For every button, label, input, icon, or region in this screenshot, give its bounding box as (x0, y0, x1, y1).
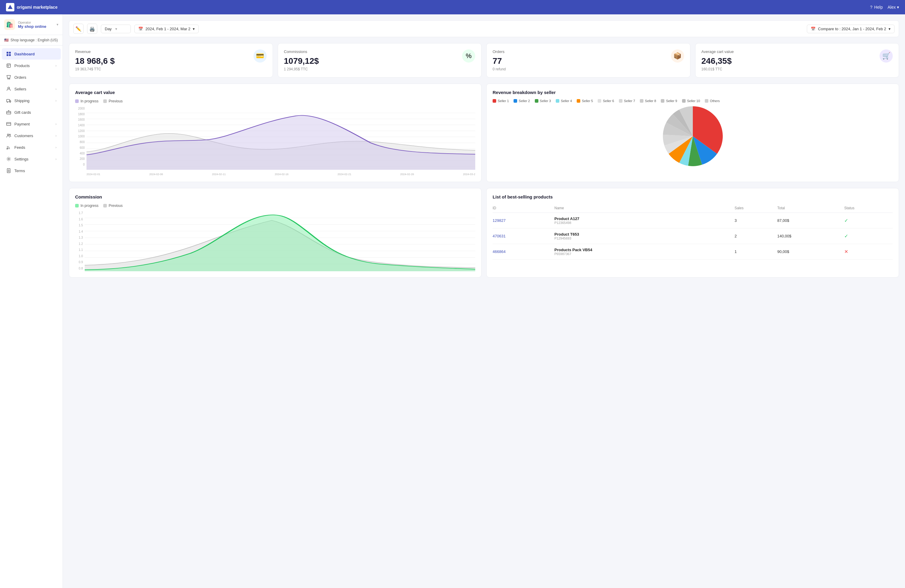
commissions-label: Commissions (284, 49, 476, 54)
sidebar-item-shipping[interactable]: Shipping › (2, 95, 61, 106)
edit-button[interactable]: ✏️ (73, 24, 84, 34)
col-status: Status (844, 203, 893, 213)
sidebar-item-terms-label: Terms (14, 168, 25, 173)
svg-point-18 (8, 134, 9, 136)
sidebar-item-feeds[interactable]: Feeds › (2, 141, 61, 153)
help-button[interactable]: ? Help (870, 5, 883, 10)
sidebar-item-orders[interactable]: Orders (2, 72, 61, 83)
products-chevron-icon: › (56, 64, 57, 67)
product-sales: 2 (734, 229, 777, 244)
pie-chart-container (492, 106, 893, 166)
product-status: ✓ (844, 213, 893, 229)
shipping-icon (6, 98, 11, 103)
product-sku: P65987367 (554, 252, 735, 256)
svg-point-9 (9, 79, 10, 79)
help-icon: ? (870, 5, 872, 10)
col-sales: Sales (734, 203, 777, 213)
main-content: ✏️ 🖨️ Day ▾ 📅 2024, Feb 1 - 2024, Mar 2 … (63, 14, 905, 588)
commission-y-axis: 1.71.61.51.41.31.21.11.00.90.8 (75, 211, 85, 271)
app-name: origami marketplace (17, 5, 57, 10)
sidebar-item-payment-label: Payment (14, 122, 30, 126)
toolbar: ✏️ 🖨️ Day ▾ 📅 2024, Feb 1 - 2024, Mar 2 … (69, 21, 899, 37)
date-chevron-icon: ▾ (193, 27, 195, 31)
status-cross-icon: ✕ (844, 249, 848, 254)
table-row: 470631 Product T653 P12945693 2 140,00$ … (492, 229, 893, 244)
avg-cart-svg (86, 107, 475, 173)
date-range-picker[interactable]: 📅 2024, Feb 1 - 2024, Mar 2 ▾ (134, 25, 199, 33)
cart-label: Average cart value (702, 49, 893, 54)
sidebar-item-dashboard[interactable]: Dashboard (2, 48, 61, 60)
svg-point-20 (7, 148, 8, 149)
sidebar-item-settings[interactable]: Settings › (2, 153, 61, 165)
orders-sub: 0 refund (492, 67, 684, 71)
print-button[interactable]: 🖨️ (87, 24, 97, 34)
avg-cart-x-axis: 2024-02-012024-02-062024-02-112024-02-16… (75, 173, 475, 176)
svg-point-21 (8, 158, 10, 160)
sidebar-item-customers[interactable]: Customers › (2, 130, 61, 141)
commissions-icon: % (462, 49, 475, 63)
language-selector[interactable]: 🇺🇸 Shop language : English (US) (0, 35, 62, 46)
user-menu[interactable]: Alex ▾ (888, 5, 899, 10)
operator-info: Operator My shop online (18, 21, 54, 29)
revenue-sub: 19 363,74$ TTC (75, 67, 267, 71)
sidebar-item-gift-cards[interactable]: Gift cards (2, 106, 61, 118)
sidebar-item-payment[interactable]: Payment › (2, 118, 61, 130)
product-name: Product A127 (554, 216, 735, 221)
sellers-chevron-icon: › (56, 87, 57, 91)
col-id: ID (492, 203, 554, 213)
revenue-breakdown-title: Revenue breakdown by seller (492, 90, 893, 95)
seller8-legend: Seller 8 (640, 99, 656, 103)
sidebar-item-settings-label: Settings (14, 157, 29, 161)
product-sku: P12945693 (554, 237, 735, 240)
product-name: Products Pack VB54 (554, 248, 735, 252)
svg-rect-16 (6, 122, 11, 126)
svg-rect-2 (9, 52, 11, 54)
avg-cart-y-axis: 2000180016001400120010008006004002000 (75, 107, 86, 173)
product-status: ✕ (844, 244, 893, 259)
cart-sub: 160,01$ TTC (702, 67, 893, 71)
product-id[interactable]: 470631 (492, 234, 505, 238)
operator-chevron-icon: ▾ (57, 22, 58, 27)
seller7-legend: Seller 7 (619, 99, 635, 103)
avg-cart-legend: In progress Previous (75, 99, 475, 103)
products-icon (6, 63, 11, 68)
terms-icon (6, 168, 11, 173)
operator-label: Operator (18, 21, 54, 24)
period-select[interactable]: Day ▾ (101, 25, 131, 33)
logo-icon (6, 3, 14, 11)
sidebar-item-feeds-label: Feeds (14, 145, 25, 150)
commission-in-progress-dot (75, 204, 79, 208)
previous-dot (103, 99, 107, 103)
svg-point-19 (9, 134, 11, 135)
product-sales: 1 (734, 244, 777, 259)
commission-previous-legend: Previous (103, 203, 123, 208)
product-id[interactable]: 129827 (492, 218, 505, 223)
pie-chart-svg (663, 106, 723, 166)
flag-icon: 🇺🇸 (4, 38, 9, 42)
shipping-chevron-icon: › (56, 99, 57, 102)
user-chevron-icon: ▾ (897, 5, 899, 10)
date-range-label: 2024, Feb 1 - 2024, Mar 2 (145, 27, 191, 31)
commission-legend: In progress Previous (75, 203, 475, 208)
commission-chart-card: Commission In progress Previous 1.71.61.… (69, 188, 481, 278)
sidebar-item-gift-cards-label: Gift cards (14, 110, 31, 114)
best-selling-card: List of best-selling products ID Name Sa… (486, 188, 899, 278)
operator-section[interactable]: 🛍️ Operator My shop online ▾ (0, 14, 62, 35)
payment-icon (6, 121, 11, 127)
seller10-legend: Seller 10 (682, 99, 700, 103)
seller3-legend: Seller 3 (535, 99, 551, 103)
feeds-icon (6, 145, 11, 150)
compare-label: Compare to : 2024, Jan 1 - 2024, Feb 2 (818, 27, 886, 31)
compare-picker[interactable]: 📅 Compare to : 2024, Jan 1 - 2024, Feb 2… (807, 25, 894, 33)
product-total: 90,00$ (777, 244, 844, 259)
sidebar-item-terms[interactable]: Terms (2, 165, 61, 176)
svg-point-13 (10, 102, 11, 102)
sidebar-item-products[interactable]: Products › (2, 60, 61, 71)
operator-icon: 🛍️ (4, 19, 15, 30)
product-id[interactable]: 466864 (492, 250, 505, 254)
sidebar-item-sellers[interactable]: Sellers › (2, 83, 61, 95)
col-total: Total (777, 203, 844, 213)
customers-icon (6, 133, 11, 138)
avg-cart-chart-title: Average cart value (75, 90, 475, 95)
commission-chart-title: Commission (75, 194, 475, 199)
